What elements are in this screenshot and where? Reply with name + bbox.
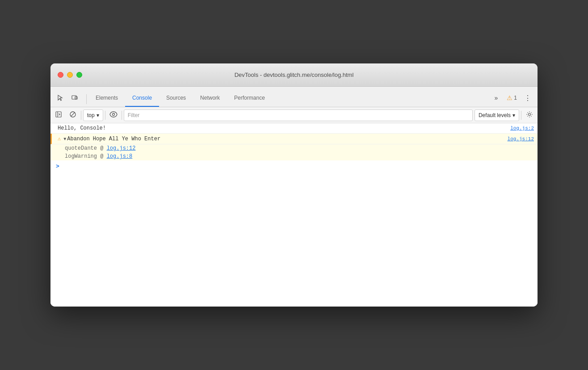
context-dropdown-arrow: ▾ (97, 112, 99, 118)
eye-icon (109, 111, 118, 119)
tab-elements[interactable]: Elements (88, 90, 125, 107)
tab-network[interactable]: Network (193, 90, 227, 107)
stack-label-0: quoteDante @ (65, 145, 107, 151)
levels-label: Default levels (479, 112, 511, 118)
stack-row-1: logWarning @ log.js:8 (50, 152, 538, 160)
warning-badge[interactable]: ⚠ 1 (504, 93, 520, 103)
device-toolbar-button[interactable] (68, 92, 81, 104)
svg-rect-2 (56, 112, 61, 117)
tabbar: Elements Console Sources Network Perform… (50, 87, 538, 107)
maximize-button[interactable] (76, 72, 82, 78)
clear-icon (69, 111, 76, 119)
tabs: Elements Console Sources Network Perform… (88, 87, 490, 107)
console-input-row[interactable]: > (50, 160, 538, 172)
more-tabs-button[interactable]: » (490, 92, 502, 104)
stack-link-0[interactable]: log.js:12 (107, 145, 136, 151)
titlebar: DevTools - devtools.glitch.me/console/lo… (50, 63, 538, 87)
svg-point-7 (529, 113, 531, 115)
toolbar-divider-1 (81, 111, 81, 120)
context-selector[interactable]: top ▾ (83, 109, 103, 121)
stack-row-0: quoteDante @ log.js:12 (50, 144, 538, 152)
svg-line-5 (71, 113, 75, 116)
console-empty-area (50, 172, 538, 307)
warning-row-icon: ⚠ (58, 135, 61, 142)
toolbar-divider-4 (521, 111, 521, 120)
svg-rect-0 (72, 96, 76, 99)
devtools-window: DevTools - devtools.glitch.me/console/lo… (50, 63, 538, 307)
log-row-info: Hello, Console! log.js:2 (50, 123, 538, 134)
tab-performance[interactable]: Performance (227, 90, 272, 107)
cursor-tool-button[interactable] (54, 92, 67, 104)
log-message-hello: Hello, Console! (58, 125, 507, 131)
window-title: DevTools - devtools.glitch.me/console/lo… (235, 71, 354, 78)
gear-icon (526, 111, 533, 120)
menu-dots-icon: ⋮ (524, 94, 531, 102)
tab-divider (86, 94, 87, 104)
stack-link-1[interactable]: log.js:8 (107, 153, 133, 160)
sidebar-toggle-icon (55, 111, 62, 119)
tabbar-left-icons (54, 92, 81, 107)
filter-input[interactable] (124, 109, 473, 121)
clear-console-button[interactable] (67, 109, 79, 122)
svg-point-6 (112, 114, 114, 116)
live-expressions-button[interactable] (107, 109, 120, 122)
tab-sources[interactable]: Sources (159, 90, 193, 107)
devtools-menu-button[interactable]: ⋮ (521, 92, 534, 104)
toolbar-divider-3 (122, 111, 122, 120)
toolbar-divider-2 (105, 111, 105, 120)
log-source-warning[interactable]: log.js:12 (508, 136, 534, 142)
console-prompt-icon: > (56, 163, 59, 170)
window-controls (58, 72, 82, 78)
tab-console[interactable]: Console (125, 90, 159, 107)
expand-arrow[interactable]: ▼ (63, 137, 66, 142)
console-toolbar: top ▾ Default levels ▾ (50, 107, 538, 123)
stack-label-1: logWarning @ (65, 153, 107, 160)
log-row-warning: ⚠ ▼ Abandon Hope All Ye Who Enter log.js… (50, 134, 538, 144)
log-levels-selector[interactable]: Default levels ▾ (475, 109, 519, 121)
log-message-warning: Abandon Hope All Ye Who Enter (67, 136, 504, 142)
levels-dropdown-arrow: ▾ (512, 112, 515, 118)
close-button[interactable] (58, 72, 63, 78)
show-console-sidebar-button[interactable] (52, 109, 65, 122)
minimize-button[interactable] (67, 72, 73, 78)
context-label: top (87, 112, 95, 118)
log-source-hello[interactable]: log.js:2 (510, 126, 534, 131)
tabbar-right-icons: » ⚠ 1 ⋮ (490, 92, 534, 107)
warning-triangle-icon: ⚠ (507, 94, 512, 101)
console-output: Hello, Console! log.js:2 ⚠ ▼ Abandon Hop… (50, 123, 538, 307)
warning-count: 1 (514, 95, 517, 101)
console-settings-button[interactable] (523, 109, 536, 122)
